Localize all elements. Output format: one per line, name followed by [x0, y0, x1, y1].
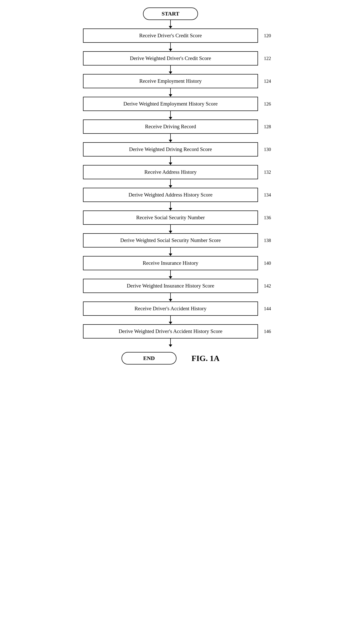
step-derive-credit: Derive Weighted Driver's Credit Score	[83, 51, 258, 66]
arrow-head	[169, 94, 172, 97]
ref-124: 124	[264, 78, 271, 84]
arrow-line	[170, 293, 171, 299]
end-terminal: END	[122, 352, 176, 364]
step-receive-employment-wrapper: Receive Employment History 124	[83, 74, 258, 88]
end-row: END FIG. 1A	[83, 352, 258, 364]
arrow-connector	[169, 179, 172, 188]
arrow-line	[170, 270, 171, 276]
arrow-head	[169, 344, 172, 347]
step-derive-address-wrapper: Derive Weighted Address History Score 13…	[83, 188, 258, 202]
step-receive-insurance: Receive Insurance History	[83, 256, 258, 270]
arrow-head	[169, 208, 172, 210]
step-derive-insurance-wrapper: Derive Weighted Insurance History Score …	[83, 279, 258, 293]
step-derive-driving-wrapper: Derive Weighted Driving Record Score 130	[83, 142, 258, 156]
arrow-connector	[169, 202, 172, 210]
arrow-head	[169, 231, 172, 233]
arrow-connector	[169, 338, 172, 347]
arrow-line	[170, 43, 171, 49]
step-receive-ssn: Receive Social Security Number	[83, 210, 258, 225]
ref-146: 146	[264, 329, 271, 334]
step-receive-insurance-wrapper: Receive Insurance History 140	[83, 256, 258, 270]
arrow-line	[170, 179, 171, 185]
arrow-head	[169, 140, 172, 142]
ref-126: 126	[264, 101, 271, 107]
arrow-line	[170, 156, 171, 162]
arrow-head	[169, 26, 172, 28]
arrow-line	[170, 202, 171, 208]
ref-138: 138	[264, 238, 271, 243]
arrow-head	[169, 254, 172, 256]
step-receive-employment: Receive Employment History	[83, 74, 258, 88]
arrow-connector	[169, 88, 172, 97]
start-terminal: START	[143, 8, 198, 20]
step-derive-ssn: Derive Weighted Social Security Number S…	[83, 233, 258, 248]
step-derive-insurance: Derive Weighted Insurance History Score	[83, 279, 258, 293]
arrow-line	[170, 225, 171, 231]
step-receive-address: Receive Address History	[83, 165, 258, 179]
step-receive-accident-wrapper: Receive Driver's Accident History 144	[83, 302, 258, 316]
arrow-line	[170, 20, 171, 26]
ref-132: 132	[264, 170, 271, 175]
arrow-connector	[169, 248, 172, 256]
arrow-connector	[169, 111, 172, 120]
step-derive-driving: Derive Weighted Driving Record Score	[83, 142, 258, 156]
arrow-connector	[169, 20, 172, 28]
step-derive-address: Derive Weighted Address History Score	[83, 188, 258, 202]
arrow-connector	[169, 225, 172, 233]
arrow-line	[170, 338, 171, 344]
arrow-head	[169, 185, 172, 188]
arrow-line	[170, 111, 171, 117]
step-receive-credit-wrapper: Receive Driver's Credit Score 120	[83, 28, 258, 43]
arrow-head	[169, 72, 172, 74]
ref-120: 120	[264, 33, 271, 38]
arrow-connector	[169, 156, 172, 165]
ref-128: 128	[264, 124, 271, 130]
step-derive-employment: Derive Weighted Employment History Score	[83, 97, 258, 111]
arrow-head	[169, 322, 172, 324]
ref-144: 144	[264, 306, 271, 312]
arrow-connector	[169, 43, 172, 51]
arrow-line	[170, 316, 171, 322]
step-receive-driving-wrapper: Receive Driving Record 128	[83, 120, 258, 134]
step-derive-accident: Derive Weighted Driver's Accident Histor…	[83, 324, 258, 338]
arrow-line	[170, 134, 171, 140]
step-receive-credit: Receive Driver's Credit Score	[83, 28, 258, 43]
arrow-connector	[169, 270, 172, 279]
ref-140: 140	[264, 260, 271, 266]
ref-142: 142	[264, 283, 271, 289]
step-derive-accident-wrapper: Derive Weighted Driver's Accident Histor…	[83, 324, 258, 338]
arrow-line	[170, 66, 171, 72]
step-derive-employment-wrapper: Derive Weighted Employment History Score…	[83, 97, 258, 111]
arrow-head	[169, 299, 172, 302]
ref-134: 134	[264, 192, 271, 198]
arrow-head	[169, 117, 172, 120]
step-receive-driving: Receive Driving Record	[83, 120, 258, 134]
arrow-line	[170, 88, 171, 94]
flowchart: START Receive Driver's Credit Score 120 …	[83, 8, 258, 364]
ref-122: 122	[264, 56, 271, 61]
arrow-connector	[169, 293, 172, 302]
arrow-line	[170, 248, 171, 254]
arrow-head	[169, 162, 172, 165]
arrow-connector	[169, 316, 172, 324]
figure-label: FIG. 1A	[192, 354, 220, 363]
arrow-head	[169, 276, 172, 279]
step-derive-ssn-wrapper: Derive Weighted Social Security Number S…	[83, 233, 258, 248]
arrow-connector	[169, 66, 172, 74]
step-receive-accident: Receive Driver's Accident History	[83, 302, 258, 316]
ref-130: 130	[264, 147, 271, 152]
step-receive-address-wrapper: Receive Address History 132	[83, 165, 258, 179]
ref-136: 136	[264, 215, 271, 220]
arrow-head	[169, 49, 172, 51]
step-receive-ssn-wrapper: Receive Social Security Number 136	[83, 210, 258, 225]
arrow-connector	[169, 134, 172, 142]
step-derive-credit-wrapper: Derive Weighted Driver's Credit Score 12…	[83, 51, 258, 66]
